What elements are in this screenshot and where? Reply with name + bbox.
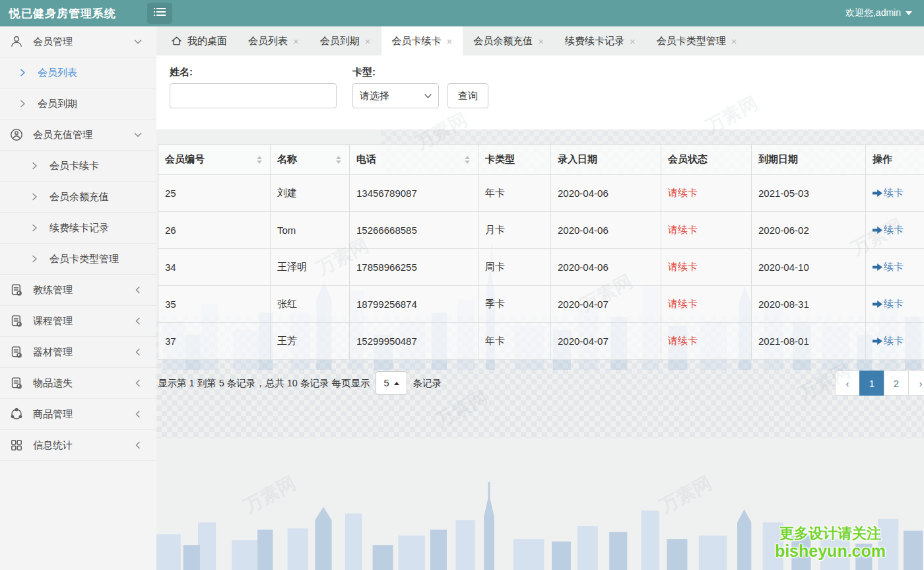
chevron-left-icon — [134, 379, 142, 387]
chevron-right-icon — [32, 162, 38, 170]
tab-my-desktop[interactable]: 我的桌面 — [160, 26, 238, 55]
sidebar-item-recharge-management[interactable]: 会员充值管理 — [0, 120, 156, 151]
cell-name: 刘建 — [271, 175, 350, 212]
tab-label: 会员卡续卡 — [392, 35, 442, 48]
cell-status: 请续卡 — [661, 286, 752, 323]
renew-link[interactable]: 续卡 — [873, 224, 904, 236]
sidebar-item-member-list[interactable]: 会员列表 — [0, 57, 156, 89]
next-page-button[interactable]: › — [908, 371, 924, 396]
page-button-1[interactable]: 1 — [859, 371, 884, 396]
user-menu[interactable]: 欢迎您,admin — [845, 7, 924, 19]
card-type-select[interactable]: 请选择 — [352, 83, 439, 108]
tab-member-expiry[interactable]: 会员到期 × — [310, 26, 381, 55]
sidebar-item-statistics[interactable]: 信息统计 — [0, 430, 156, 461]
sidebar-item-balance-recharge[interactable]: 会员余额充值 — [0, 182, 156, 213]
home-icon — [171, 36, 182, 46]
sidebar-item-card-renewal[interactable]: 会员卡续卡 — [0, 151, 156, 182]
cell-phone: 17858966255 — [350, 249, 478, 286]
site-watermark: 万素网 — [240, 471, 300, 519]
sidebar-item-lost-items[interactable]: 物品遗失 — [0, 368, 156, 399]
renew-link[interactable]: 续卡 — [873, 187, 904, 199]
tab-label: 会员列表 — [248, 35, 288, 48]
name-input[interactable] — [170, 83, 337, 108]
close-icon[interactable]: × — [447, 36, 453, 46]
column-header-member-id[interactable]: 会员编号 — [158, 145, 271, 175]
sidebar-item-product-management[interactable]: 商品管理 — [0, 399, 156, 430]
member-renewal-table: 会员编号 名称 电话 卡类型 录入日期 会员状态 到期日期 操作 25 刘建 1… — [158, 144, 924, 360]
column-header-expire-date: 到期日期 — [752, 145, 866, 175]
tab-member-list[interactable]: 会员列表 × — [238, 26, 310, 55]
cell-phone: 13456789087 — [350, 175, 478, 212]
column-header-name[interactable]: 名称 — [271, 145, 350, 175]
sidebar-item-equipment-management[interactable]: 器材管理 — [0, 337, 156, 368]
chevron-down-icon — [134, 131, 142, 139]
cell-card-type: 季卡 — [478, 286, 551, 323]
tab-balance-recharge[interactable]: 会员余额充值 × — [463, 26, 554, 55]
renew-link-label: 续卡 — [884, 335, 904, 347]
sidebar-item-course-management[interactable]: 课程管理 — [0, 306, 156, 337]
sidebar-item-member-expiry[interactable]: 会员到期 — [0, 89, 156, 120]
search-button[interactable]: 查询 — [447, 83, 488, 108]
status-badge: 请续卡 — [668, 298, 698, 309]
chevron-left-icon — [134, 348, 142, 356]
clipboard-icon — [10, 283, 23, 297]
sidebar-item-label: 会员充值管理 — [33, 129, 92, 141]
sidebar-item-label: 会员余额充值 — [50, 191, 109, 203]
sidebar-item-renewal-records[interactable]: 续费续卡记录 — [0, 213, 156, 244]
table-row: 34 王泽明 17858966255 周卡 2020-04-06 请续卡 202… — [158, 249, 924, 286]
sort-icon[interactable] — [257, 156, 262, 164]
close-icon[interactable]: × — [731, 36, 737, 46]
close-icon[interactable]: × — [293, 36, 299, 46]
card-type-field-group: 卡型: 请选择 查询 — [352, 66, 488, 129]
arrow-right-icon — [873, 300, 882, 308]
cell-expire-date: 2021-08-01 — [752, 323, 866, 360]
sidebar-item-coach-management[interactable]: 教练管理 — [0, 275, 156, 306]
sort-icon[interactable] — [336, 156, 341, 164]
tab-card-type-management[interactable]: 会员卡类型管理 × — [646, 26, 748, 55]
arrow-right-icon — [873, 226, 882, 234]
site-watermark: 万素网 — [655, 471, 716, 519]
chevron-left-icon — [134, 286, 142, 294]
cell-status: 请续卡 — [661, 175, 752, 212]
chevron-right-icon — [32, 255, 38, 263]
list-menu-icon — [154, 7, 166, 19]
sidebar-item-label: 会员管理 — [33, 36, 73, 48]
page-button-2[interactable]: 2 — [884, 371, 909, 396]
promo-line1: 更多设计请关注 — [775, 525, 886, 542]
prev-page-button[interactable]: ‹ — [835, 371, 860, 396]
tab-label: 续费续卡记录 — [565, 35, 624, 48]
status-badge: 请续卡 — [668, 261, 698, 272]
sphere-icon — [10, 408, 23, 421]
cell-status: 请续卡 — [661, 249, 752, 286]
close-icon[interactable]: × — [538, 36, 544, 46]
renew-link-label: 续卡 — [884, 298, 904, 310]
app-header: 悦已健身房管理系统 欢迎您,admin — [0, 0, 924, 26]
column-header-status: 会员状态 — [661, 145, 752, 175]
column-header-phone[interactable]: 电话 — [350, 145, 478, 175]
sidebar-item-label: 信息统计 — [33, 439, 73, 452]
close-icon[interactable]: × — [630, 36, 636, 46]
cell-card-type: 年卡 — [478, 323, 551, 360]
cell-name: 王泽明 — [271, 249, 350, 286]
page-size-select[interactable]: 5 — [376, 371, 407, 395]
cell-member-id: 25 — [158, 175, 271, 212]
sidebar-toggle-button[interactable] — [147, 3, 172, 24]
renew-link[interactable]: 续卡 — [873, 298, 904, 310]
renew-link[interactable]: 续卡 — [873, 261, 904, 273]
pagination-info-text: 显示第 1 到第 5 条记录，总共 10 条记录 每页显示 — [158, 377, 370, 390]
tab-renewal-records[interactable]: 续费续卡记录 × — [554, 26, 646, 55]
tab-card-renewal[interactable]: 会员卡续卡 × — [381, 26, 463, 55]
cell-reg-date: 2020-04-06 — [551, 212, 661, 249]
sort-icon[interactable] — [465, 156, 470, 164]
sidebar-item-member-management[interactable]: 会员管理 — [0, 26, 156, 57]
card-type-selected-value: 请选择 — [360, 90, 389, 102]
column-label: 名称 — [277, 153, 297, 166]
sidebar-item-card-type-management[interactable]: 会员卡类型管理 — [0, 244, 156, 275]
chevron-left-icon — [134, 317, 142, 325]
table-row: 26 Tom 15266668585 月卡 2020-04-06 请续卡 202… — [158, 212, 924, 249]
renew-link[interactable]: 续卡 — [873, 335, 904, 347]
close-icon[interactable]: × — [365, 36, 371, 46]
clipboard-icon — [10, 345, 23, 359]
name-field-group: 姓名: — [170, 66, 337, 129]
tab-label: 会员卡类型管理 — [657, 35, 726, 48]
